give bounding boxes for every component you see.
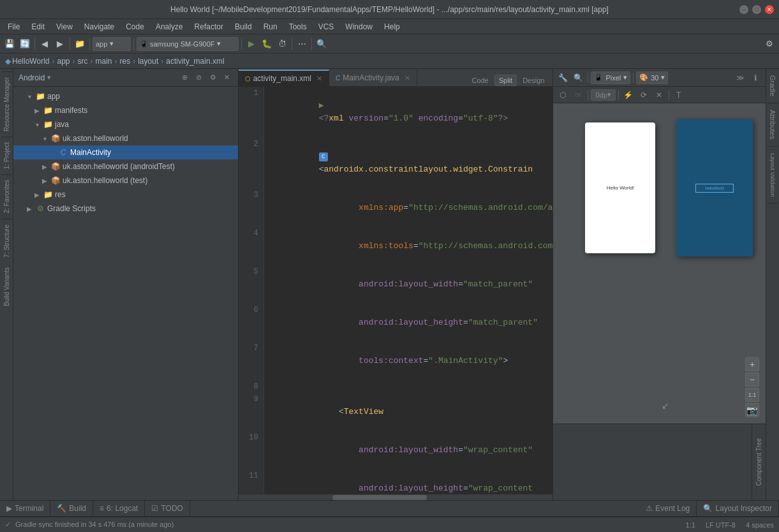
tree-item-test[interactable]: ▶ 📦 uk.aston.helloworld (test): [13, 174, 238, 188]
select-btn[interactable]: ⬡: [556, 88, 570, 102]
profile-btn[interactable]: ⏱: [275, 37, 289, 51]
tree-item-manifests[interactable]: ▶ 📁 manifests: [13, 103, 238, 117]
tree-item-java[interactable]: ▾ 📁 java: [13, 117, 238, 131]
toolbar-more-btn[interactable]: ⋯: [295, 37, 309, 51]
line-num-8: 8: [239, 380, 264, 393]
xml-file-icon: ⬡: [245, 75, 251, 82]
favorites-tab[interactable]: 2: Favorites: [1, 174, 12, 218]
layout-validation-tab[interactable]: Layout Validation: [768, 147, 778, 203]
toolbar-forward-btn[interactable]: ▶: [53, 37, 67, 51]
toolbar-sync-btn[interactable]: 🔄: [18, 37, 32, 51]
toolbar-open-btn[interactable]: 📁: [73, 37, 87, 51]
build-tab[interactable]: 🔨 Build: [50, 501, 93, 516]
layout-inspector-tab[interactable]: 🔍 Layout Inspector: [697, 501, 779, 516]
screenshot-btn[interactable]: 📷: [745, 403, 759, 417]
sidebar-close-btn[interactable]: ✕: [221, 72, 233, 84]
preview-btn-2[interactable]: 🔍: [571, 71, 585, 85]
breadcrumb-layout[interactable]: layout: [138, 57, 158, 66]
breadcrumb-file[interactable]: activity_main.xml: [166, 57, 224, 66]
menu-window[interactable]: Window: [340, 21, 378, 33]
preview-btn-1[interactable]: 🔧: [556, 71, 570, 85]
menu-tools[interactable]: Tools: [284, 21, 312, 33]
zoom-in-btn[interactable]: +: [745, 357, 759, 371]
menu-analyze[interactable]: Analyze: [151, 21, 188, 33]
menu-view[interactable]: View: [51, 21, 78, 33]
logcat-tab[interactable]: ≡ 6: Logcat: [93, 501, 145, 516]
sidebar-sync-btn[interactable]: ⊘: [193, 72, 205, 84]
breadcrumb-app[interactable]: app: [57, 57, 70, 66]
attributes-tab[interactable]: Attributes: [767, 103, 778, 146]
breadcrumb-src[interactable]: src: [78, 57, 88, 66]
menu-refactor[interactable]: Refactor: [189, 21, 228, 33]
device-selector[interactable]: 📱 samsung SM-G900F ▾: [137, 37, 239, 51]
line-ending[interactable]: LF UTF-8: [706, 521, 736, 529]
structure-tab[interactable]: 7: Structure: [1, 219, 12, 263]
sidebar-add-btn[interactable]: ⊕: [179, 72, 191, 84]
close-tab-java[interactable]: ✕: [404, 74, 410, 82]
menu-navigate[interactable]: Navigate: [79, 21, 119, 33]
maximize-button[interactable]: □: [752, 5, 761, 14]
zoom-reset-btn[interactable]: 1:1: [745, 388, 759, 402]
toolbar-save-btn[interactable]: 💾: [3, 37, 17, 51]
project-tab[interactable]: 1: Project: [1, 137, 12, 174]
breadcrumb-helloworld[interactable]: HelloWorld: [12, 57, 49, 66]
preview-info-btn[interactable]: ℹ: [749, 71, 763, 85]
menu-code[interactable]: Code: [121, 21, 149, 33]
toolbar-search-btn[interactable]: 🔍: [315, 37, 329, 51]
pan-btn[interactable]: ☞: [571, 88, 585, 102]
menu-vcs[interactable]: VCS: [313, 21, 339, 33]
sidebar-settings-btn[interactable]: ⚙: [207, 72, 219, 84]
text-btn[interactable]: T: [672, 88, 686, 102]
zoom-out-btn[interactable]: −: [745, 373, 759, 387]
breadcrumb-main[interactable]: main: [96, 57, 112, 66]
component-tree-tab[interactable]: Component Tree: [754, 436, 764, 489]
toolbar-settings-btn[interactable]: ⚙: [762, 37, 776, 51]
margin-input[interactable]: 0dp ▾: [591, 89, 615, 101]
gradle-tab[interactable]: Gradle: [767, 69, 778, 103]
menu-edit[interactable]: Edit: [26, 21, 50, 33]
tree-item-app[interactable]: ▾ 📁 app: [13, 89, 238, 103]
menu-help[interactable]: Help: [379, 21, 405, 33]
infer-btn[interactable]: ⟳: [637, 88, 651, 102]
tree-item-androidtest[interactable]: ▶ 📦 uk.aston.helloworld (androidTest): [13, 159, 238, 174]
terminal-tab[interactable]: ▶ Terminal: [0, 501, 50, 516]
h-scrollbar[interactable]: [239, 494, 553, 500]
indent-spaces[interactable]: 4 spaces: [746, 521, 774, 529]
split-view-btn[interactable]: Split: [494, 75, 517, 86]
app-selector[interactable]: app ▾: [93, 37, 131, 51]
toolbar-back-btn[interactable]: ◀: [38, 37, 52, 51]
pixel-selector[interactable]: 📱 Pixel ▾: [591, 71, 630, 84]
close-button[interactable]: ✕: [765, 5, 774, 14]
close-tab-xml[interactable]: ✕: [316, 75, 322, 83]
design-view-btn[interactable]: Design: [518, 75, 549, 86]
todo-tab[interactable]: ☑ TODO: [145, 501, 189, 516]
resource-manager-tab[interactable]: Resource Manager: [1, 71, 12, 137]
debug-btn[interactable]: 🐛: [260, 37, 274, 51]
terminal-label: Terminal: [15, 504, 43, 513]
tree-item-gradle[interactable]: ▶ ⚙ Gradle Scripts: [13, 202, 238, 216]
preview-more-btn[interactable]: ≫: [734, 71, 748, 85]
event-log-tab[interactable]: ⚠ Event Log: [639, 501, 697, 516]
run-btn[interactable]: ▶: [244, 37, 258, 51]
resize-handle[interactable]: ↙: [662, 401, 669, 411]
code-editor[interactable]: 1 ▶ <?xml version="1.0" encoding="utf-8"…: [239, 87, 553, 494]
autoconnect-btn[interactable]: ⚡: [621, 88, 635, 102]
build-variants-tab[interactable]: Build Variants: [1, 262, 12, 311]
menu-build[interactable]: Build: [230, 21, 257, 33]
tab-activity-main-xml[interactable]: ⬡ activity_main.xml ✕: [239, 70, 329, 86]
minimize-button[interactable]: ─: [739, 5, 748, 14]
clear-btn[interactable]: ✕: [652, 88, 666, 102]
preview-content[interactable]: Hello World! HelloWorld ↙ + − 1:1 📷: [553, 103, 766, 424]
sidebar-header-dropdown[interactable]: ▾: [47, 73, 51, 82]
breadcrumb-res[interactable]: res: [120, 57, 131, 66]
tree-item-res[interactable]: ▶ 📁 res: [13, 188, 238, 202]
cursor-position[interactable]: 1:1: [686, 521, 695, 529]
tree-item-pkg[interactable]: ▾ 📦 uk.aston.helloworld: [13, 131, 238, 145]
code-view-btn[interactable]: Code: [467, 75, 493, 86]
menu-file[interactable]: File: [3, 21, 25, 33]
h-scrollbar-thumb[interactable]: [332, 495, 427, 500]
tree-item-mainactivity[interactable]: C MainActivity: [13, 145, 238, 159]
tab-mainactivity-java[interactable]: C MainActivity.java ✕: [329, 70, 417, 86]
menu-run[interactable]: Run: [258, 21, 283, 33]
zoom-selector[interactable]: 🎨 30 ▾: [636, 71, 668, 84]
